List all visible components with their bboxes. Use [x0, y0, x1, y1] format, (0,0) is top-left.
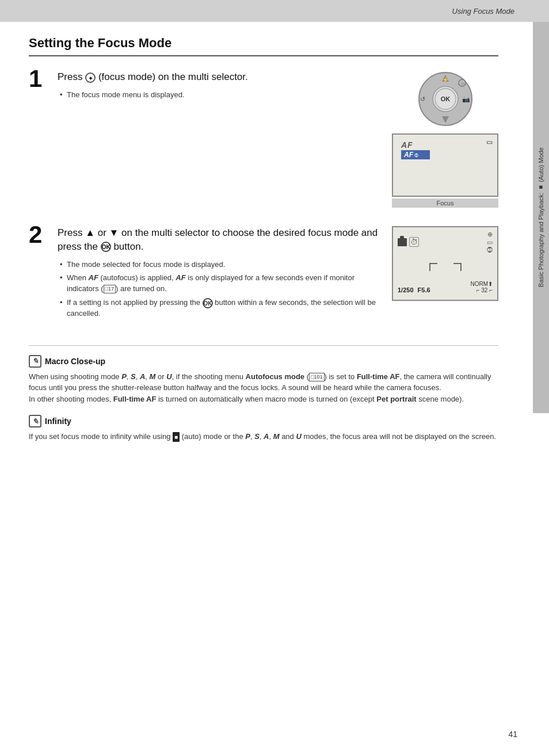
pet-portrait-bold: Pet portrait [376, 395, 416, 403]
bracket-right [453, 263, 462, 271]
timer-icon: ⏱ [409, 237, 419, 247]
screen2-icons-left: ⏱ [398, 237, 419, 247]
step-1-content: Press ✦ (focus mode) on the multi select… [58, 70, 392, 104]
ref-101: □101 [309, 373, 324, 382]
step-2-content: Press ▲ or ▼ on the multi selector to ch… [58, 226, 392, 322]
step-1-bullet-1: The focus mode menu is displayed. [58, 90, 380, 101]
fulltime-af-bold-2: Full-time AF [113, 395, 157, 403]
shutter-speed-display: 1/250 F5.6 [398, 287, 430, 293]
step-1-bullets: The focus mode menu is displayed. [58, 90, 380, 101]
page-heading: Setting the Focus Mode [29, 36, 498, 56]
mode-u-2: U [296, 432, 301, 441]
step-2-section: 2 Press ▲ or ▼ on the multi selector to … [29, 226, 498, 322]
svg-text:☆: ☆ [460, 81, 464, 86]
multi-selector-diagram: ⚡ ↺ 📷 OK ☆ [417, 70, 474, 128]
mode-p: P [121, 372, 127, 381]
af-symbol-2: AF [176, 273, 185, 282]
step-2-bullet-2: When AF (autofocus) is applied, AF is on… [58, 273, 380, 295]
screen2-bottom-row: 1/250 F5.6 NORM⬆ ⌐ 32 ⌐ [398, 281, 493, 293]
page-number: 41 [508, 730, 517, 739]
screen-1-container: ▭ AF AF ⌽ Focus [392, 133, 498, 208]
camera-icon [398, 238, 407, 246]
af-macro-icon: ⌽ [414, 151, 418, 158]
notes-section: ✎ Macro Close-up When using shooting mod… [29, 345, 498, 442]
side-tab-label: Basic Photography and Playback: ■ (Auto)… [537, 147, 544, 287]
svg-text:📷: 📷 [462, 95, 470, 103]
note-infinity: ✎ Infinity If you set focus mode to infi… [29, 415, 498, 442]
mode-a-2: A [264, 432, 269, 441]
note-macro-heading: ✎ Macro Close-up [29, 355, 498, 368]
step-2-bullet-3: If a setting is not applied by pressing … [58, 297, 380, 319]
camera-screen-1: ▭ AF AF ⌽ [392, 133, 498, 197]
fulltime-af-bold: Full-time AF [357, 372, 400, 381]
memory-icon: ▭ [487, 239, 493, 246]
note-infinity-title: Infinity [45, 417, 71, 426]
auto-mode-icon: ■ [173, 432, 180, 442]
mode-a: A [140, 372, 145, 381]
step-2-number: 2 [29, 223, 58, 247]
bracket-left [429, 263, 437, 271]
note-infinity-icon: ✎ [29, 415, 41, 427]
af-selected-label: AF ⌽ [401, 150, 430, 159]
af-display-row: AF AF ⌽ [401, 140, 489, 159]
ok-button-ref-2: OK [203, 298, 213, 308]
screen2-icons-right: ⊕ ▭ ⓵ [487, 231, 493, 253]
note-infinity-body: If you set focus mode to infinity while … [29, 431, 498, 442]
step-2-bullets: The mode selected for focus mode is disp… [58, 259, 380, 319]
note-infinity-heading: ✎ Infinity [29, 415, 498, 427]
quality-icon: ⓵ [487, 247, 493, 253]
screen-1-content: AF AF ⌽ [398, 138, 493, 162]
screen-1-label: Focus [392, 198, 498, 208]
step-2-title: Press ▲ or ▼ on the multi selector to ch… [58, 226, 380, 254]
frame-count: ⌐ 32 ⌐ [470, 287, 493, 293]
ok-button-ref: OK [101, 242, 111, 252]
header-title: Using Focus Mode [452, 7, 514, 16]
aperture-value: F5.6 [418, 287, 430, 293]
step-2-image: ⏱ ⊕ ▭ ⓵ [392, 226, 498, 301]
svg-text:↺: ↺ [420, 96, 425, 102]
note-macro: ✎ Macro Close-up When using shooting mod… [29, 355, 498, 405]
main-content: Setting the Focus Mode 1 Press ✦ (focus … [0, 22, 533, 476]
focus-mode-icon: ✦ [85, 72, 96, 83]
mode-p-2: P [245, 432, 250, 441]
step-1-section: 1 Press ✦ (focus mode) on the multi sele… [29, 70, 498, 208]
screen2-top-row: ⏱ ⊕ ▭ ⓵ [398, 231, 493, 253]
mode-m-2: M [273, 432, 280, 441]
svg-text:⚡: ⚡ [442, 76, 449, 83]
autofocus-mode-bold: Autofocus mode [246, 372, 305, 381]
ref-17: □17 [104, 285, 116, 293]
svg-text:OK: OK [440, 96, 450, 102]
step-2-bullet-1: The mode selected for focus mode is disp… [58, 259, 380, 270]
mode-s-2: S [254, 432, 260, 441]
mode-m: M [150, 372, 156, 381]
step-1-title: Press ✦ (focus mode) on the multi select… [58, 70, 380, 84]
step-1-images: ⚡ ↺ 📷 OK ☆ ▭ [392, 70, 498, 208]
mode-u: U [166, 372, 171, 381]
focus-brackets [429, 263, 462, 271]
side-tab: Basic Photography and Playback: ■ (Auto)… [533, 22, 549, 413]
note-macro-title: Macro Close-up [45, 357, 105, 366]
battery-icon: ▭ [486, 138, 493, 146]
mode-s: S [131, 372, 136, 381]
settings-icon: ⊕ [487, 231, 493, 238]
shutter-value: 1/250 [398, 287, 414, 293]
screen2-focus-area [398, 255, 493, 278]
af-top-label: AF [401, 140, 413, 150]
camera-screen-2: ⏱ ⊕ ▭ ⓵ [392, 226, 498, 301]
af-symbol: AF [89, 273, 98, 282]
norm-display: NORM⬆ ⌐ 32 ⌐ [470, 281, 493, 293]
note-macro-icon: ✎ [29, 355, 41, 368]
norm-label: NORM⬆ [470, 281, 493, 287]
header-bar: Using Focus Mode [0, 0, 549, 22]
step-1-number: 1 [29, 67, 58, 91]
note-macro-body: When using shooting mode P, S, A, M or U… [29, 371, 498, 405]
